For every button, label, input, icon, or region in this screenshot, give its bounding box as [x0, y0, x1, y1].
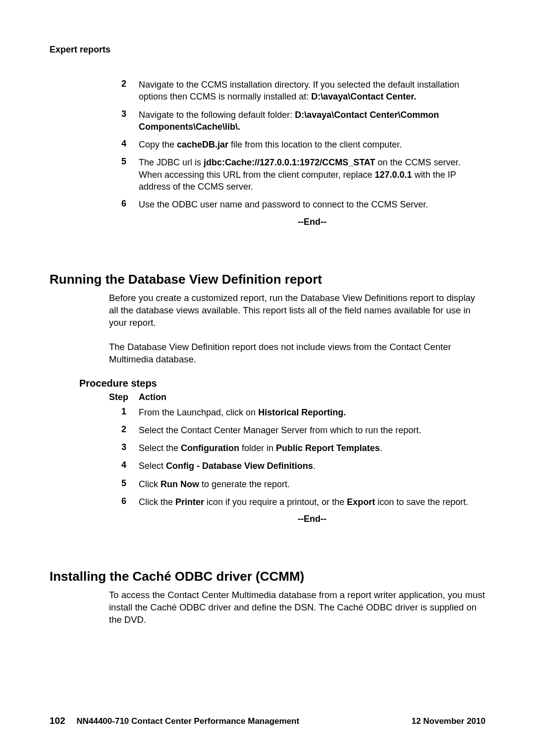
- text: Select the Contact Center Manager Server…: [139, 425, 421, 435]
- text: to generate the report.: [199, 479, 290, 489]
- step-text: Navigate to the following default folder…: [139, 109, 485, 133]
- text: The JDBC url is: [139, 157, 204, 167]
- text: .: [380, 443, 382, 453]
- body-paragraph: To access the Contact Center Multimedia …: [109, 589, 485, 626]
- body-paragraph: Before you create a customized report, r…: [109, 292, 485, 329]
- step-number: 2: [109, 79, 139, 103]
- footer-left: 102 NN44400-710 Contact Center Performan…: [50, 715, 299, 726]
- step-text: Select Config - Database View Definition…: [139, 460, 485, 472]
- bold-text: Config - Database View Definitions: [166, 461, 313, 471]
- step-number: 2: [109, 424, 139, 436]
- body-paragraph: The Database View Definition report does…: [109, 341, 485, 366]
- step-row: 4 Copy the cacheDB.jar file from this lo…: [109, 139, 485, 151]
- section-heading: Installing the Caché ODBC driver (CCMM): [50, 569, 485, 584]
- step-text: Click the Printer icon if you require a …: [139, 496, 485, 508]
- text: icon to save the report.: [375, 497, 468, 507]
- text: folder in: [239, 443, 276, 453]
- bold-text: Printer: [175, 497, 204, 507]
- bold-text: Historical Reporting.: [258, 407, 346, 417]
- section-heading: Running the Database View Definition rep…: [50, 272, 485, 287]
- page-number: 102: [50, 715, 65, 726]
- step-row: 3 Select the Configuration folder in Pub…: [109, 442, 485, 454]
- doc-title: NN44400-710 Contact Center Performance M…: [76, 716, 299, 726]
- bold-text: 127.0.0.1: [375, 170, 412, 180]
- step-row: 6 Use the ODBC user name and password to…: [109, 199, 485, 210]
- footer-date: 12 November 2010: [412, 716, 485, 726]
- bold-text: Run Now: [160, 479, 199, 489]
- text: From the Launchpad, click on: [139, 407, 258, 417]
- step-number: 4: [109, 139, 139, 151]
- text: file from this location to the client co…: [228, 140, 402, 150]
- document-page: Expert reports 2 Navigate to the CCMS in…: [0, 0, 535, 756]
- bold-text: Configuration: [181, 443, 239, 453]
- end-marker: --End--: [139, 514, 485, 524]
- bold-text: Export: [347, 497, 375, 507]
- step-text: The JDBC url is jdbc:Cache://127.0.0.1:1…: [139, 156, 485, 193]
- step-text: Copy the cacheDB.jar file from this loca…: [139, 139, 485, 151]
- text: Click: [139, 479, 160, 489]
- step-row: 2 Select the Contact Center Manager Serv…: [109, 424, 485, 436]
- step-number: 5: [109, 478, 139, 490]
- step-text: Select the Contact Center Manager Server…: [139, 424, 485, 436]
- step-number: 4: [109, 460, 139, 472]
- step-header-step: Step: [109, 392, 139, 403]
- step-row: 5 The JDBC url is jdbc:Cache://127.0.0.1…: [109, 156, 485, 193]
- step-row: 4 Select Config - Database View Definiti…: [109, 460, 485, 472]
- text: Navigate to the following default folder…: [139, 110, 295, 120]
- step-text: Click Run Now to generate the report.: [139, 478, 485, 490]
- text: .: [313, 461, 316, 471]
- step-row: 3 Navigate to the following default fold…: [109, 109, 485, 133]
- text: Click the: [139, 497, 175, 507]
- step-row: 6 Click the Printer icon if you require …: [109, 496, 485, 508]
- text: Select: [139, 461, 166, 471]
- step-text: Navigate to the CCMS installation direct…: [139, 79, 485, 103]
- bold-text: jdbc:Cache://127.0.0.1:1972/CCMS_STAT: [204, 157, 375, 167]
- step-number: 6: [109, 199, 139, 210]
- step-number: 1: [109, 406, 139, 418]
- procedure-steps-a: 2 Navigate to the CCMS installation dire…: [109, 79, 485, 227]
- step-number: 5: [109, 156, 139, 193]
- step-header-action: Action: [139, 392, 485, 403]
- bold-text: cacheDB.jar: [177, 140, 228, 150]
- procedure-steps-b: Step Action 1 From the Launchpad, click …: [109, 392, 485, 525]
- step-row: 2 Navigate to the CCMS installation dire…: [109, 79, 485, 103]
- step-text: Select the Configuration folder in Publi…: [139, 442, 485, 454]
- end-marker: --End--: [139, 217, 485, 227]
- bold-text: Public Report Templates: [276, 443, 380, 453]
- step-text: From the Launchpad, click on Historical …: [139, 406, 485, 418]
- step-text: Use the ODBC user name and password to c…: [139, 199, 485, 210]
- bold-text: D:\avaya\Contact Center.: [311, 92, 416, 101]
- step-row: 5 Click Run Now to generate the report.: [109, 478, 485, 490]
- step-number: 3: [109, 442, 139, 454]
- text: Use the ODBC user name and password to c…: [139, 200, 428, 209]
- text: icon if you require a printout, or the: [204, 497, 347, 507]
- step-row: 1 From the Launchpad, click on Historica…: [109, 406, 485, 418]
- step-header-row: Step Action: [109, 392, 485, 403]
- text: Copy the: [139, 140, 177, 150]
- running-header: Expert reports: [50, 45, 485, 55]
- procedure-steps-heading: Procedure steps: [79, 378, 485, 389]
- page-footer: 102 NN44400-710 Contact Center Performan…: [50, 715, 485, 726]
- step-number: 3: [109, 109, 139, 133]
- text: Select the: [139, 443, 181, 453]
- step-number: 6: [109, 496, 139, 508]
